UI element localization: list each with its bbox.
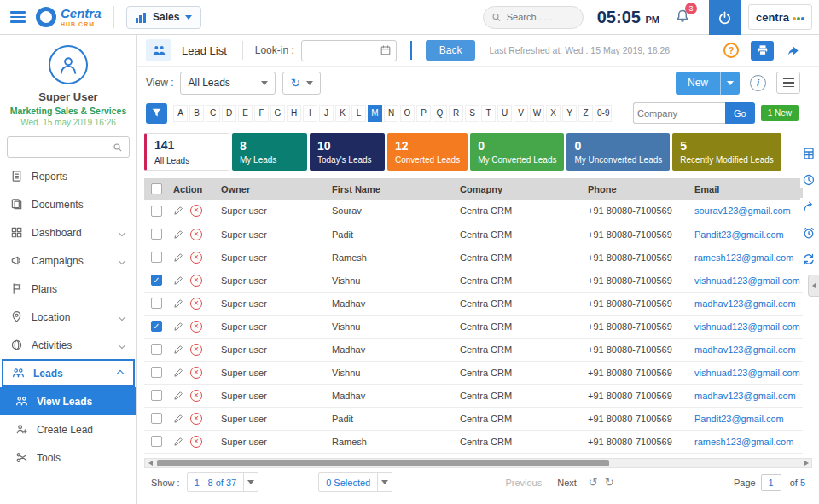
scrollbar-thumb[interactable] bbox=[157, 460, 609, 466]
edit-icon[interactable] bbox=[173, 275, 183, 286]
page-refresh-icon[interactable]: ↺ bbox=[589, 476, 598, 489]
letter-filter-E[interactable]: E bbox=[238, 105, 253, 122]
letter-filter-0-9[interactable]: 0-9 bbox=[595, 105, 612, 122]
sidebar-item-tools[interactable]: Tools bbox=[0, 443, 136, 472]
letter-filter-F[interactable]: F bbox=[254, 105, 269, 122]
sync-button[interactable] bbox=[800, 251, 817, 268]
stat-card-converted-leads[interactable]: 12Converted Leads bbox=[387, 133, 468, 171]
stat-card-today-s-leads[interactable]: 10Today's Leads bbox=[310, 133, 385, 171]
row-checkbox[interactable] bbox=[151, 229, 162, 240]
delete-icon[interactable]: × bbox=[190, 298, 202, 310]
letter-filter-N[interactable]: N bbox=[384, 105, 398, 122]
delete-icon[interactable]: × bbox=[190, 275, 202, 287]
print-button[interactable] bbox=[751, 41, 774, 61]
row-checkbox[interactable] bbox=[151, 367, 162, 378]
row-checkbox[interactable] bbox=[151, 252, 162, 263]
scroll-left-arrow[interactable] bbox=[145, 459, 155, 467]
page-input[interactable]: 1 bbox=[761, 474, 781, 491]
horizontal-scrollbar[interactable] bbox=[144, 458, 812, 468]
selected-count-select[interactable]: 0 Selected bbox=[318, 472, 392, 492]
global-search-input[interactable] bbox=[507, 12, 575, 22]
letter-filter-Q[interactable]: Q bbox=[433, 105, 447, 122]
sidebar-item-location[interactable]: Location bbox=[0, 303, 136, 331]
module-selector[interactable]: Sales bbox=[126, 6, 202, 29]
cell-email[interactable]: madhav123@gmail.com bbox=[688, 338, 803, 361]
info-icon[interactable]: i bbox=[750, 75, 766, 91]
letter-filter-J[interactable]: J bbox=[319, 105, 334, 122]
previous-button[interactable]: Previous bbox=[505, 478, 542, 488]
stat-card-my-unconverted-leads[interactable]: 0My Unconverted Leads bbox=[566, 133, 670, 171]
sidebar-item-activities[interactable]: Activities bbox=[0, 331, 136, 359]
letter-filter-Y[interactable]: Y bbox=[562, 105, 577, 122]
stat-card-recently-modified-leads[interactable]: 5Recently Modified Leads bbox=[672, 133, 781, 171]
scroll-right-arrow[interactable] bbox=[801, 459, 811, 467]
sidebar-item-reports[interactable]: Reports bbox=[0, 162, 136, 190]
letter-filter-T[interactable]: T bbox=[481, 105, 496, 122]
edit-icon[interactable] bbox=[173, 414, 183, 424]
letter-filter-R[interactable]: R bbox=[449, 105, 463, 122]
letter-filter-I[interactable]: I bbox=[303, 105, 317, 122]
delete-icon[interactable]: × bbox=[190, 413, 202, 425]
letter-filter-U[interactable]: U bbox=[497, 105, 512, 122]
delete-icon[interactable]: × bbox=[190, 229, 202, 240]
sidebar-item-campaigns[interactable]: Campaigns bbox=[0, 246, 136, 275]
letter-filter-S[interactable]: S bbox=[465, 105, 479, 122]
letter-filter-L[interactable]: L bbox=[351, 105, 366, 122]
edit-icon[interactable] bbox=[173, 252, 183, 263]
delete-icon[interactable]: × bbox=[190, 205, 202, 217]
help-icon[interactable]: ? bbox=[723, 43, 739, 58]
history-button[interactable] bbox=[800, 171, 817, 188]
edit-icon[interactable] bbox=[173, 322, 183, 332]
edit-icon[interactable] bbox=[173, 345, 183, 355]
cell-email[interactable]: vishnuad123@gmail.com bbox=[688, 269, 803, 292]
row-checkbox[interactable] bbox=[151, 390, 162, 401]
go-button[interactable]: Go bbox=[725, 102, 755, 124]
sidebar-item-create-lead[interactable]: Create Lead bbox=[0, 415, 136, 443]
letter-filter-D[interactable]: D bbox=[222, 105, 236, 122]
cell-email[interactable]: vishnuad123@gmail.com bbox=[688, 315, 803, 338]
cell-email[interactable]: Pandit23@gmail.com bbox=[688, 407, 803, 430]
user-avatar[interactable] bbox=[49, 45, 88, 84]
cell-email[interactable]: vishnuad123@gmail.com bbox=[688, 361, 803, 384]
row-checkbox[interactable]: ✓ bbox=[151, 275, 162, 286]
row-checkbox[interactable] bbox=[151, 298, 162, 309]
next-button[interactable]: Next bbox=[557, 478, 577, 488]
share-button[interactable] bbox=[786, 44, 800, 57]
collapse-panel-tab[interactable] bbox=[808, 275, 819, 297]
delete-icon[interactable]: × bbox=[190, 367, 202, 379]
letter-filter-V[interactable]: V bbox=[514, 105, 528, 122]
cell-email[interactable]: ramesh123@gmail.com bbox=[688, 246, 803, 269]
sidebar-item-dashboard[interactable]: Dashboard bbox=[0, 218, 136, 246]
delete-icon[interactable]: × bbox=[190, 321, 202, 333]
letter-filter-C[interactable]: C bbox=[206, 105, 220, 122]
page-reload-icon[interactable]: ↻ bbox=[605, 476, 614, 489]
letter-filter-W[interactable]: W bbox=[530, 105, 544, 122]
letter-filter-A[interactable]: A bbox=[173, 105, 188, 122]
sidebar-item-documents[interactable]: Documents bbox=[0, 190, 136, 218]
delete-icon[interactable]: × bbox=[190, 252, 202, 264]
delete-icon[interactable]: × bbox=[190, 344, 202, 356]
edit-icon[interactable] bbox=[173, 368, 183, 378]
edit-icon[interactable] bbox=[173, 437, 183, 447]
export-button[interactable] bbox=[800, 145, 817, 162]
reminder-button[interactable] bbox=[800, 224, 817, 241]
sidebar-item-leads[interactable]: Leads bbox=[2, 359, 135, 387]
filter-button[interactable] bbox=[146, 103, 167, 124]
share-rail-button[interactable] bbox=[800, 198, 817, 215]
delete-icon[interactable]: × bbox=[190, 390, 202, 402]
select-all-checkbox[interactable] bbox=[151, 183, 162, 194]
edit-icon[interactable] bbox=[173, 206, 183, 216]
back-button[interactable]: Back bbox=[426, 40, 476, 61]
letter-filter-B[interactable]: B bbox=[189, 105, 204, 122]
global-search[interactable] bbox=[483, 6, 584, 29]
company-filter-input[interactable] bbox=[637, 108, 722, 119]
sidebar-search-input[interactable] bbox=[14, 142, 113, 153]
cell-email[interactable]: Pandit23@gmail.com bbox=[688, 223, 803, 246]
row-checkbox[interactable] bbox=[151, 206, 162, 217]
letter-filter-M[interactable]: M bbox=[368, 105, 382, 122]
letter-filter-X[interactable]: X bbox=[546, 105, 561, 122]
row-checkbox[interactable] bbox=[151, 344, 162, 355]
cell-email[interactable]: ramesh123@gmail.com bbox=[688, 430, 803, 453]
letter-filter-O[interactable]: O bbox=[400, 105, 415, 122]
new-button[interactable]: New bbox=[676, 72, 740, 95]
